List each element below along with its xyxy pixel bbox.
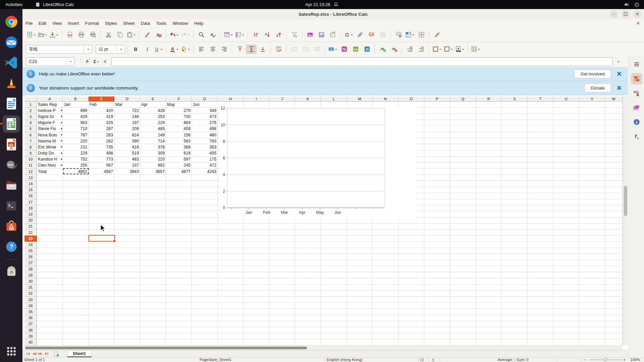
cell[interactable] [269, 278, 295, 284]
cell[interactable] [244, 303, 269, 309]
cell[interactable] [450, 163, 476, 169]
cell[interactable] [63, 224, 89, 230]
cell[interactable] [502, 181, 528, 187]
cell[interactable] [398, 254, 424, 260]
cell[interactable]: 563 [63, 120, 89, 126]
cell[interactable] [114, 297, 140, 303]
cell[interactable] [605, 278, 623, 284]
col-header-V[interactable]: V [579, 97, 605, 102]
row-header-4[interactable]: 4 [24, 120, 37, 126]
cell[interactable] [502, 260, 528, 266]
cell[interactable] [37, 248, 63, 254]
cell[interactable] [244, 285, 269, 291]
cell[interactable] [605, 138, 623, 144]
align-right-button[interactable] [219, 45, 229, 54]
cell[interactable] [37, 333, 63, 339]
cell[interactable] [476, 327, 502, 333]
cell[interactable] [37, 315, 63, 321]
cell[interactable] [192, 248, 218, 254]
cell[interactable]: 692 [140, 163, 166, 169]
cell[interactable] [347, 315, 373, 321]
cell[interactable] [321, 309, 347, 315]
cell[interactable] [166, 321, 192, 327]
row-header-31[interactable]: 31 [24, 285, 37, 291]
cell[interactable] [321, 260, 347, 266]
cell[interactable] [37, 327, 63, 333]
cell[interactable] [373, 309, 398, 315]
cell[interactable]: 253 [140, 114, 166, 120]
cell[interactable] [63, 315, 89, 321]
cell[interactable] [502, 297, 528, 303]
autofilter-button[interactable] [289, 30, 300, 39]
cell[interactable] [166, 205, 192, 211]
cell[interactable] [605, 108, 623, 114]
cell[interactable] [321, 285, 347, 291]
font-name-dropdown[interactable] [84, 45, 92, 53]
cell[interactable] [476, 242, 502, 248]
cell[interactable] [192, 260, 218, 266]
format-number-button[interactable]: 0,0 [350, 45, 361, 54]
cell[interactable] [321, 254, 347, 260]
cell[interactable] [63, 218, 89, 224]
cell[interactable]: 420 [89, 108, 114, 114]
cell[interactable] [63, 333, 89, 339]
cell[interactable] [605, 199, 623, 205]
cell[interactable] [605, 169, 623, 175]
cell[interactable] [502, 327, 528, 333]
cell[interactable] [450, 266, 476, 272]
cell[interactable] [114, 333, 140, 339]
cell[interactable] [63, 260, 89, 266]
cell[interactable]: 156 [166, 132, 192, 138]
cell[interactable] [140, 187, 166, 193]
sidebar-styles-button[interactable]: A [631, 87, 642, 99]
select-all-corner[interactable] [24, 97, 37, 102]
cell[interactable] [37, 297, 63, 303]
undo-button[interactable] [169, 30, 179, 39]
cell[interactable] [502, 144, 528, 150]
cell[interactable] [502, 333, 528, 339]
cell[interactable]: 231 [63, 144, 89, 150]
dock-item-ubuntu-software[interactable] [3, 218, 20, 235]
cell[interactable]: 245 [166, 163, 192, 169]
cell[interactable] [424, 114, 450, 120]
cell[interactable] [502, 102, 528, 108]
cell[interactable] [553, 163, 579, 169]
horizontal-scrollbar[interactable] [24, 346, 623, 350]
cell[interactable] [373, 218, 398, 224]
split-window-button[interactable] [416, 30, 427, 39]
menu-edit[interactable]: Edit [36, 19, 49, 27]
cell[interactable] [192, 327, 218, 333]
cell[interactable] [579, 248, 605, 254]
cell[interactable] [218, 254, 244, 260]
cell[interactable]: 353 [192, 144, 218, 150]
cell[interactable] [63, 181, 89, 187]
row-header-14[interactable]: 14 [24, 181, 37, 187]
increase-indent-button[interactable] [405, 45, 415, 54]
cell[interactable] [579, 327, 605, 333]
cell[interactable] [605, 260, 623, 266]
row-header-23[interactable]: 23 [24, 236, 37, 242]
cell[interactable] [605, 248, 623, 254]
cell[interactable] [450, 211, 476, 217]
cell[interactable]: Cleo Nixo [37, 163, 63, 169]
zoom-out-button[interactable]: − [584, 358, 586, 362]
cell[interactable] [89, 333, 114, 339]
cell[interactable] [424, 309, 450, 315]
cell[interactable] [140, 230, 166, 236]
cell[interactable] [269, 309, 295, 315]
cell[interactable] [244, 339, 269, 345]
italic-button[interactable]: I [142, 45, 152, 54]
cell[interactable] [424, 187, 450, 193]
cell[interactable] [192, 218, 218, 224]
cell[interactable] [528, 309, 553, 315]
cell[interactable] [166, 193, 192, 199]
cell[interactable] [476, 224, 502, 230]
row-header-6[interactable]: 6 [24, 132, 37, 138]
cell[interactable] [114, 254, 140, 260]
cell[interactable] [579, 309, 605, 315]
cell[interactable] [295, 327, 321, 333]
cell[interactable] [140, 309, 166, 315]
cell[interactable] [114, 309, 140, 315]
cell[interactable] [424, 193, 450, 199]
cell[interactable] [398, 224, 424, 230]
